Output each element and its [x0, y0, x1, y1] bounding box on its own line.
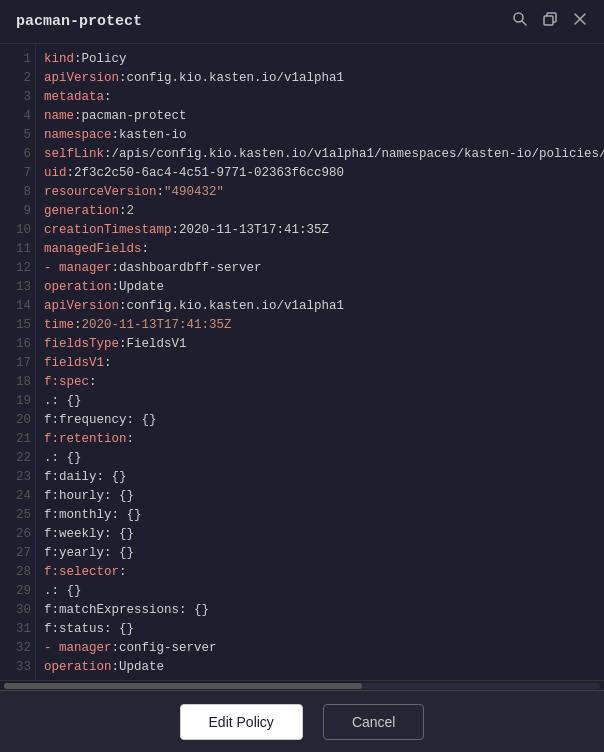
- code-token: Update: [119, 278, 164, 297]
- code-token: f:daily: {}: [44, 468, 127, 487]
- code-content[interactable]: kind: PolicyapiVersion: config.kio.kaste…: [36, 44, 604, 680]
- code-token: 2020-11-13T17:41:35Z: [82, 316, 232, 335]
- code-token: .: {}: [44, 392, 82, 411]
- code-token: apiVersion: [44, 297, 119, 316]
- code-token: config.kio.kasten.io/v1alpha1: [127, 69, 345, 88]
- code-line: f:retention:: [44, 430, 596, 449]
- cancel-button[interactable]: Cancel: [323, 704, 425, 740]
- code-token: generation: [44, 202, 119, 221]
- code-token: FieldsV1: [127, 335, 187, 354]
- code-line: .: {}: [44, 392, 596, 411]
- code-token: pacman-protect: [82, 107, 187, 126]
- line-number: 12: [8, 259, 31, 278]
- close-icon[interactable]: [572, 11, 588, 32]
- code-token: :: [112, 126, 120, 145]
- code-token: operation: [44, 278, 112, 297]
- code-line: resourceVersion: "490432": [44, 183, 596, 202]
- code-line: generation: 2: [44, 202, 596, 221]
- line-number: 26: [8, 525, 31, 544]
- code-line: namespace: kasten-io: [44, 126, 596, 145]
- line-number: 33: [8, 658, 31, 677]
- code-scroll-area[interactable]: 1234567891011121314151617181920212223242…: [0, 44, 604, 680]
- code-token: 2: [127, 202, 135, 221]
- restore-icon[interactable]: [542, 11, 558, 32]
- line-number: 22: [8, 449, 31, 468]
- code-token: config.kio.kasten.io/v1alpha1: [127, 297, 345, 316]
- code-token: :: [67, 164, 75, 183]
- code-token: :: [104, 88, 112, 107]
- code-token: :: [74, 316, 82, 335]
- code-token: :: [112, 658, 120, 677]
- line-number: 28: [8, 563, 31, 582]
- code-token: :: [172, 221, 180, 240]
- code-token: - manager: [44, 259, 112, 278]
- scrollbar-track: [4, 683, 600, 689]
- code-line: metadata:: [44, 88, 596, 107]
- footer: Edit Policy Cancel: [0, 690, 604, 752]
- code-token: f:hourly: {}: [44, 487, 134, 506]
- code-token: f:frequency: {}: [44, 411, 157, 430]
- code-token: kasten-io: [119, 126, 187, 145]
- code-line: f:matchExpressions: {}: [44, 601, 596, 620]
- window-controls: [512, 11, 588, 32]
- line-number: 21: [8, 430, 31, 449]
- code-line: fieldsType: FieldsV1: [44, 335, 596, 354]
- code-line: f:frequency: {}: [44, 411, 596, 430]
- code-token: namespace: [44, 126, 112, 145]
- code-token: :: [104, 145, 112, 164]
- line-number: 5: [8, 126, 31, 145]
- code-token: 2020-11-13T17:41:35Z: [179, 221, 329, 240]
- code-container: 1234567891011121314151617181920212223242…: [0, 44, 604, 690]
- line-number: 25: [8, 506, 31, 525]
- line-number: 29: [8, 582, 31, 601]
- code-token: 2f3c2c50-6ac4-4c51-9771-02363f6cc980: [74, 164, 344, 183]
- code-token: :: [157, 183, 165, 202]
- code-line: kind: Policy: [44, 50, 596, 69]
- code-line: creationTimestamp: 2020-11-13T17:41:35Z: [44, 221, 596, 240]
- line-number: 30: [8, 601, 31, 620]
- line-number: 31: [8, 620, 31, 639]
- edit-policy-button[interactable]: Edit Policy: [180, 704, 303, 740]
- code-token: Update: [119, 658, 164, 677]
- line-number: 23: [8, 468, 31, 487]
- code-line: apiVersion: config.kio.kasten.io/v1alpha…: [44, 297, 596, 316]
- code-token: f:selector: [44, 563, 119, 582]
- scrollbar-thumb[interactable]: [4, 683, 362, 689]
- code-line: name: pacman-protect: [44, 107, 596, 126]
- line-number: 20: [8, 411, 31, 430]
- code-token: :: [112, 639, 120, 658]
- line-number: 10: [8, 221, 31, 240]
- code-line: apiVersion: config.kio.kasten.io/v1alpha…: [44, 69, 596, 88]
- code-line: fieldsV1:: [44, 354, 596, 373]
- code-line: f:hourly: {}: [44, 487, 596, 506]
- code-line: managedFields:: [44, 240, 596, 259]
- line-number: 24: [8, 487, 31, 506]
- code-token: Policy: [82, 50, 127, 69]
- code-line: .: {}: [44, 449, 596, 468]
- line-number: 4: [8, 107, 31, 126]
- code-token: :: [74, 50, 82, 69]
- code-token: time: [44, 316, 74, 335]
- line-numbers: 1234567891011121314151617181920212223242…: [0, 44, 36, 680]
- code-token: :: [119, 335, 127, 354]
- line-number: 17: [8, 354, 31, 373]
- line-number: 13: [8, 278, 31, 297]
- code-token: .: {}: [44, 582, 82, 601]
- line-number: 15: [8, 316, 31, 335]
- code-token: uid: [44, 164, 67, 183]
- search-icon[interactable]: [512, 11, 528, 32]
- code-line: f:monthly: {}: [44, 506, 596, 525]
- line-number: 7: [8, 164, 31, 183]
- code-line: operation: Update: [44, 658, 596, 677]
- code-token: - manager: [44, 639, 112, 658]
- code-token: f:retention: [44, 430, 127, 449]
- code-token: fieldsV1: [44, 354, 104, 373]
- code-line: - manager: dashboardbff-server: [44, 259, 596, 278]
- code-token: operation: [44, 658, 112, 677]
- code-token: :: [119, 69, 127, 88]
- code-token: :: [104, 354, 112, 373]
- horizontal-scrollbar[interactable]: [0, 680, 604, 690]
- code-token: f:monthly: {}: [44, 506, 142, 525]
- code-token: :: [119, 297, 127, 316]
- code-token: :: [127, 430, 135, 449]
